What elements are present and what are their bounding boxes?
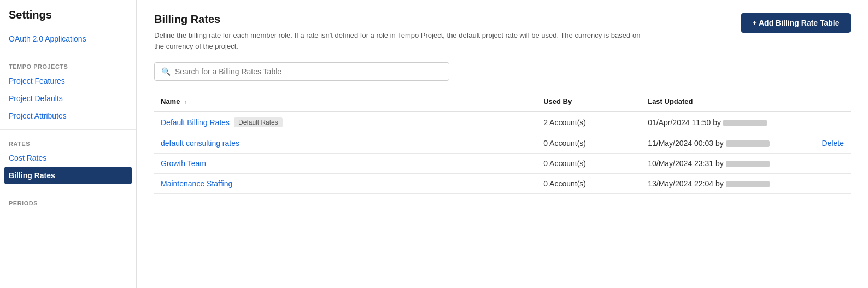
billing-rate-name-link[interactable]: Growth Team: [161, 159, 206, 168]
table-cell-actions: [816, 111, 851, 133]
sidebar-section-tempo: TEMPO PROJECTS: [0, 57, 136, 72]
main-header: Billing Rates Define the billing rate fo…: [154, 13, 851, 51]
sort-icon: ↑: [184, 99, 187, 105]
blurred-user: [723, 120, 767, 126]
sidebar-item-oauth[interactable]: OAuth 2.0 Applications: [0, 30, 136, 48]
sidebar-item-project-attributes[interactable]: Project Attributes: [0, 107, 136, 125]
sidebar-section-rates: RATES: [0, 134, 136, 149]
table-cell-actions: Delete: [816, 133, 851, 154]
billing-rate-name-link[interactable]: default consulting rates: [161, 139, 239, 148]
sidebar-divider-3: [0, 189, 136, 189]
table-cell-actions: [816, 174, 851, 194]
table-cell-last-updated: 11/May/2024 00:03 by: [641, 133, 815, 154]
table-cell-last-updated: 10/May/2024 23:31 by: [641, 154, 815, 174]
table-header-row: Name ↑ Used By Last Updated: [154, 92, 851, 111]
table-cell-used-by: 2 Account(s): [537, 111, 641, 133]
billing-rate-name-link[interactable]: Default Billing Rates: [161, 118, 230, 127]
sidebar-item-billing-rates[interactable]: Billing Rates: [4, 167, 132, 184]
add-billing-rate-table-button[interactable]: + Add Billing Rate Table: [741, 13, 851, 33]
sidebar: Settings OAuth 2.0 Applications TEMPO PR…: [0, 0, 137, 288]
table-cell-last-updated: 13/May/2024 22:04 by: [641, 174, 815, 194]
sidebar-item-project-features[interactable]: Project Features: [0, 72, 136, 90]
main-content: Billing Rates Define the billing rate fo…: [137, 0, 868, 288]
sidebar-item-project-defaults[interactable]: Project Defaults: [0, 90, 136, 107]
table-row: Maintenance Staffing 0 Account(s) 13/May…: [154, 174, 851, 194]
page-title: Billing Rates: [154, 13, 741, 26]
table-row: Default Billing Rates Default Rates 2 Ac…: [154, 111, 851, 133]
table-cell-name: default consulting rates: [154, 133, 537, 154]
blurred-user: [726, 161, 770, 167]
table-cell-used-by: 0 Account(s): [537, 133, 641, 154]
table-row: default consulting rates 0 Account(s) 11…: [154, 133, 851, 154]
default-badge: Default Rates: [234, 117, 283, 127]
billing-rate-name-link[interactable]: Maintenance Staffing: [161, 179, 232, 188]
table-cell-last-updated: 01/Apr/2024 11:50 by: [641, 111, 815, 133]
page-description: Define the billing rate for each member …: [154, 30, 646, 51]
blurred-user: [726, 140, 770, 147]
sidebar-item-cost-rates[interactable]: Cost Rates: [0, 149, 136, 167]
sidebar-section-periods: PERIODS: [0, 193, 136, 209]
table-cell-used-by: 0 Account(s): [537, 174, 641, 194]
col-header-last-updated: Last Updated: [641, 92, 815, 111]
delete-link[interactable]: Delete: [822, 139, 844, 148]
table-cell-name: Growth Team: [154, 154, 537, 174]
table-row: Growth Team 0 Account(s) 10/May/2024 23:…: [154, 154, 851, 174]
search-container: 🔍: [154, 62, 851, 81]
table-cell-name: Default Billing Rates Default Rates: [154, 111, 537, 133]
sidebar-divider-1: [0, 52, 136, 52]
app-title: Settings: [0, 9, 136, 30]
table-cell-actions: [816, 154, 851, 174]
col-header-actions: [816, 92, 851, 111]
table-body: Default Billing Rates Default Rates 2 Ac…: [154, 111, 851, 194]
header-left: Billing Rates Define the billing rate fo…: [154, 13, 741, 51]
table-header: Name ↑ Used By Last Updated: [154, 92, 851, 111]
search-box: 🔍: [154, 62, 449, 81]
billing-rates-table: Name ↑ Used By Last Updated Default Bill…: [154, 92, 851, 194]
col-header-used-by: Used By: [537, 92, 641, 111]
col-header-name[interactable]: Name ↑: [154, 92, 537, 111]
sidebar-divider-2: [0, 129, 136, 130]
search-input[interactable]: [175, 67, 442, 76]
table-cell-used-by: 0 Account(s): [537, 154, 641, 174]
search-icon: 🔍: [161, 67, 171, 76]
table-cell-name: Maintenance Staffing: [154, 174, 537, 194]
blurred-user: [726, 181, 770, 187]
